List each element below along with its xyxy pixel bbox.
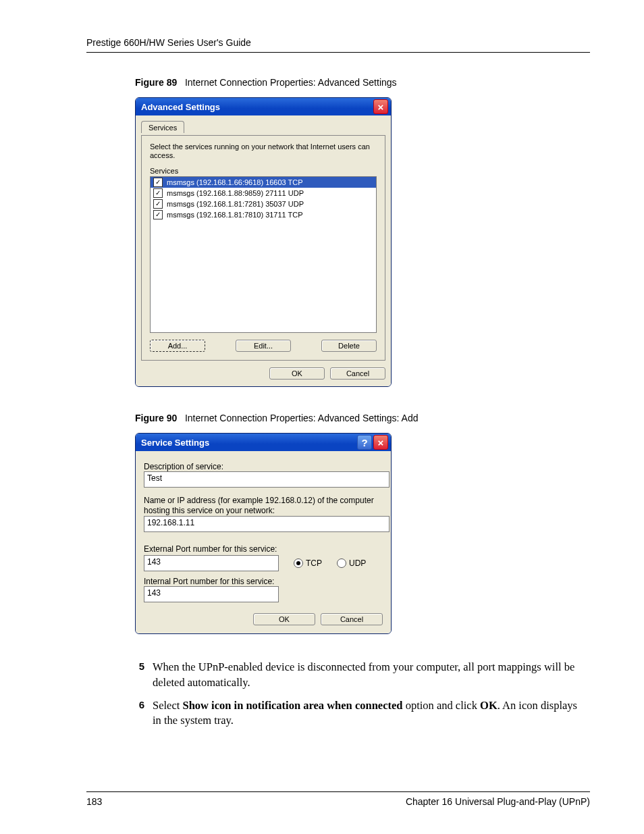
close-icon[interactable]: × <box>373 435 388 450</box>
add-button[interactable]: Add... <box>150 340 205 352</box>
checkbox-icon[interactable]: ✓ <box>153 178 163 187</box>
radio-label: UDP <box>349 558 366 568</box>
edit-button[interactable]: Edit... <box>236 340 291 352</box>
instruction-text: Select the services running on your netw… <box>150 142 377 160</box>
internal-port-label: Internal Port number for this service: <box>144 577 383 586</box>
cancel-button[interactable]: Cancel <box>321 613 383 625</box>
dialog-title: Advanced Settings <box>141 102 372 112</box>
figure-90-title: Internet Connection Properties: Advanced… <box>185 413 419 423</box>
step-list: 5 When the UPnP-enabled device is discon… <box>135 660 583 728</box>
delete-button[interactable]: Delete <box>321 340 377 352</box>
external-port-label: External Port number for this service: <box>144 544 383 554</box>
page-number: 183 <box>86 796 102 807</box>
figure-89-title: Internet Connection Properties: Advanced… <box>185 77 397 88</box>
text-bold: OK <box>480 699 498 712</box>
list-item-label: msmsgs (192.168.1.88:9859) 27111 UDP <box>167 189 304 197</box>
figure-89-caption: Figure 89 Internet Connection Properties… <box>135 77 583 88</box>
step-text: Select Show icon in notification area wh… <box>153 698 583 729</box>
running-header: Prestige 660H/HW Series User's Guide <box>86 37 590 53</box>
ip-input[interactable]: 192.168.1.11 <box>144 516 390 532</box>
step-6: 6 Select Show icon in notification area … <box>135 698 583 729</box>
list-item[interactable]: ✓ msmsgs (192.168.1.81:7281) 35037 UDP <box>151 199 376 209</box>
figure-90-number: Figure 90 <box>135 413 177 423</box>
checkbox-icon[interactable]: ✓ <box>153 210 163 219</box>
step-number: 5 <box>135 660 144 690</box>
services-group-label: Services <box>150 167 377 175</box>
dialog-title: Service Settings <box>141 438 356 448</box>
ok-button[interactable]: OK <box>253 613 315 625</box>
step-text: When the UPnP-enabled device is disconne… <box>153 660 583 690</box>
service-settings-dialog: Service Settings ? × Description of serv… <box>135 433 392 634</box>
radio-label: TCP <box>306 558 322 568</box>
titlebar[interactable]: Service Settings ? × <box>136 434 391 451</box>
services-listbox[interactable]: ✓ msmsgs (192.168.1.66:9618) 16603 TCP ✓… <box>150 176 377 333</box>
external-port-input[interactable]: 143 <box>144 555 279 571</box>
internal-port-input[interactable]: 143 <box>144 586 279 602</box>
help-icon[interactable]: ? <box>357 435 372 450</box>
titlebar[interactable]: Advanced Settings × <box>136 98 391 115</box>
list-item-label: msmsgs (192.168.1.66:9618) 16603 TCP <box>167 178 303 186</box>
cancel-button[interactable]: Cancel <box>330 367 385 380</box>
list-item[interactable]: ✓ msmsgs (192.168.1.88:9859) 27111 UDP <box>151 188 376 199</box>
list-item-label: msmsgs (192.168.1.81:7810) 31711 TCP <box>167 211 303 219</box>
text-fragment: option and click <box>403 699 481 712</box>
chapter-label: Chapter 16 Universal Plug-and-Play (UPnP… <box>406 796 590 807</box>
step-number: 6 <box>135 698 144 729</box>
protocol-tcp-radio[interactable]: TCP <box>294 558 322 568</box>
checkbox-icon[interactable]: ✓ <box>153 188 163 198</box>
ip-label: Name or IP address (for example 192.168.… <box>144 496 383 516</box>
text-fragment: Select <box>153 699 182 712</box>
checkbox-icon[interactable]: ✓ <box>153 199 163 209</box>
description-input[interactable]: Test <box>144 471 390 488</box>
close-icon[interactable]: × <box>373 99 388 114</box>
list-item-label: msmsgs (192.168.1.81:7281) 35037 UDP <box>167 200 304 208</box>
description-label: Description of service: <box>144 462 383 471</box>
text-bold: Show icon in notification area when conn… <box>182 699 402 712</box>
list-item[interactable]: ✓ msmsgs (192.168.1.66:9618) 16603 TCP <box>151 177 376 188</box>
tab-services[interactable]: Services <box>141 121 184 133</box>
advanced-settings-dialog: Advanced Settings × Services Select the … <box>135 97 392 387</box>
list-item[interactable]: ✓ msmsgs (192.168.1.81:7810) 31711 TCP <box>151 209 376 220</box>
step-5: 5 When the UPnP-enabled device is discon… <box>135 660 583 690</box>
page-footer: 183 Chapter 16 Universal Plug-and-Play (… <box>86 791 590 807</box>
protocol-udp-radio[interactable]: UDP <box>337 558 366 568</box>
radio-icon <box>337 558 346 568</box>
radio-icon <box>294 558 303 568</box>
ok-button[interactable]: OK <box>269 367 325 380</box>
figure-89-number: Figure 89 <box>135 77 177 88</box>
figure-90-caption: Figure 90 Internet Connection Properties… <box>135 413 583 423</box>
